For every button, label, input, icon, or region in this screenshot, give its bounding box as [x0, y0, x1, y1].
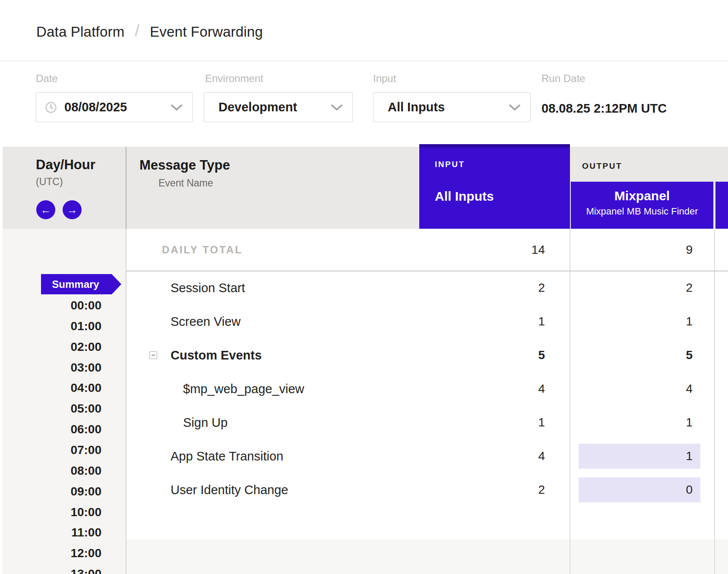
output-count-cell: 1 [579, 410, 700, 435]
input-count-cell: 1 [126, 309, 545, 334]
date-filter-label: Date [36, 73, 58, 85]
summary-row-badge[interactable]: Summary [41, 274, 121, 294]
table-row: Screen View11 [126, 309, 728, 334]
daily-total-output-count: 9 [579, 229, 700, 271]
output-count-cell: 5 [579, 343, 700, 368]
daily-total-row: DAILY TOTAL 14 9 [126, 229, 728, 271]
sidebar-rows-divider [126, 229, 127, 574]
event-forwarding-page: Data Platform / Event Forwarding Date En… [0, 0, 728, 574]
hour-row-label[interactable]: 00:00 [70, 298, 101, 313]
output-count-cell: 4 [579, 376, 700, 401]
input-count-cell: 4 [126, 376, 545, 401]
table-row: User Identity Change20 [126, 477, 728, 502]
hour-row-label[interactable]: 03:00 [70, 360, 101, 375]
table-row: App State Transition41 [126, 444, 728, 469]
input-count-cell: 5 [126, 343, 545, 368]
hour-row-label[interactable]: 13:00 [70, 567, 101, 574]
input-count-cell: 2 [126, 275, 545, 300]
hour-row-label[interactable]: 04:00 [70, 381, 101, 395]
table-row: Custom Events55 [126, 343, 728, 368]
day-hour-timezone: (UTC) [36, 176, 63, 188]
hour-row-label[interactable]: 09:00 [70, 484, 101, 499]
hour-row-label[interactable]: 08:00 [70, 464, 101, 478]
sidebar-header-divider [126, 147, 127, 229]
daily-total-separator [126, 271, 728, 271]
date-select-value: 08/08/2025 [64, 100, 127, 114]
hour-row-label[interactable]: 10:00 [70, 505, 101, 520]
hour-row-label[interactable]: 05:00 [70, 401, 101, 416]
output-count-cell: 1 [579, 444, 700, 469]
breadcrumb-parent[interactable]: Data Platform [36, 24, 124, 40]
table-row: Sign Up11 [126, 410, 728, 435]
output-column-divider [714, 229, 715, 574]
hour-row-label[interactable]: 12:00 [70, 546, 101, 561]
arrow-left-icon: ← [41, 204, 51, 216]
next-day-button[interactable]: → [63, 200, 82, 219]
table-footer-band [126, 539, 728, 574]
hour-row-label[interactable]: 02:00 [70, 340, 101, 354]
clock-icon [45, 101, 57, 114]
input-count-cell: 1 [126, 410, 545, 435]
hour-row-label[interactable]: 01:00 [70, 319, 101, 334]
input-count-cell: 2 [126, 477, 545, 502]
table-row: Session Start22 [126, 275, 728, 300]
daily-total-input-count: 14 [126, 229, 545, 271]
counts-grid: DAILY TOTAL 14 9 Session Start22Screen V… [126, 0, 728, 574]
day-hour-column-title: Day/Hour [36, 157, 95, 173]
day-hour-sidebar: Summary 00:0001:0002:0003:0004:0005:0006… [3, 229, 126, 574]
hour-row-label[interactable]: 11:00 [71, 525, 101, 540]
input-count-cell: 4 [126, 444, 545, 469]
arrow-right-icon: → [67, 204, 78, 216]
output-count-cell: 1 [579, 309, 700, 334]
hour-row-label[interactable]: 06:00 [70, 422, 101, 437]
output-count-cell: 0 [579, 477, 700, 502]
previous-day-button[interactable]: ← [36, 200, 55, 219]
hour-row-label[interactable]: 07:00 [70, 443, 101, 457]
table-row: $mp_web_page_view44 [126, 376, 728, 401]
output-count-cell: 2 [579, 275, 700, 300]
input-column-divider [570, 229, 570, 574]
